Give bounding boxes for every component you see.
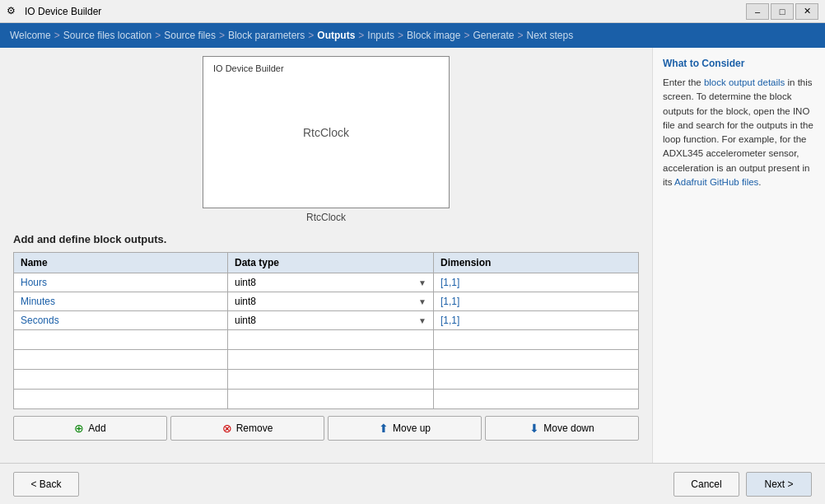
breadcrumb-inputs[interactable]: Inputs (367, 30, 394, 41)
move-down-label: Move down (543, 422, 594, 434)
type-select[interactable]: uint8uint16int8int16floatdoubleboolean (235, 296, 415, 307)
breadcrumb-block-image[interactable]: Block image (407, 30, 460, 41)
col-header-datatype: Data type (228, 253, 434, 273)
cancel-button[interactable]: Cancel (674, 472, 739, 497)
breadcrumb-source-files-location[interactable]: Source files location (63, 30, 151, 41)
add-label: Add (88, 422, 105, 434)
table-empty-row (14, 350, 639, 370)
device-box: IO Device Builder RtcClock (203, 56, 450, 208)
table-row: Hoursuint8uint16int8int16floatdoublebool… (14, 273, 639, 292)
help-panel: What to Consider Enter the block output … (652, 48, 825, 463)
table-empty-row (14, 330, 639, 350)
breadcrumb-source-files[interactable]: Source files (164, 30, 216, 41)
app-title: IO Device Builder (25, 6, 746, 17)
table-row: Minutesuint8uint16int8int16floatdoublebo… (14, 292, 639, 311)
breadcrumb-generate[interactable]: Generate (473, 30, 514, 41)
help-text: Enter the block output details in this s… (663, 76, 815, 189)
breadcrumb-outputs[interactable]: Outputs (317, 30, 355, 41)
action-buttons: ⊕ Add ⊗ Remove ⬆ Move up ⬇ Move down (13, 416, 639, 441)
breadcrumb-block-parameters[interactable]: Block parameters (228, 30, 305, 41)
row-name[interactable]: Seconds (14, 311, 228, 330)
remove-icon: ⊗ (222, 422, 232, 435)
breadcrumb-next-steps[interactable]: Next steps (527, 30, 574, 41)
row-name[interactable]: Minutes (14, 292, 228, 311)
row-dimension[interactable]: [1,1] (434, 292, 639, 311)
footer: < Back Cancel Next > (0, 463, 825, 504)
window-controls: – □ ✕ (746, 3, 818, 20)
col-header-dimension: Dimension (434, 253, 639, 273)
device-caption: RtcClock (306, 212, 346, 223)
left-panel: IO Device Builder RtcClock RtcClock Add … (0, 48, 652, 463)
device-preview: IO Device Builder RtcClock RtcClock (13, 56, 639, 223)
breadcrumb: Welcome > Source files location > Source… (0, 23, 825, 48)
move-up-icon: ⬆ (379, 422, 389, 435)
add-icon: ⊕ (74, 422, 84, 435)
row-dimension[interactable]: [1,1] (434, 311, 639, 330)
help-link[interactable]: Adafruit GitHub files (674, 177, 758, 187)
back-button[interactable]: < Back (13, 472, 79, 497)
move-up-label: Move up (393, 422, 431, 434)
close-button[interactable]: ✕ (795, 3, 818, 20)
section-heading: Add and define block outputs. (13, 233, 639, 245)
type-select[interactable]: uint8uint16int8int16floatdoubleboolean (235, 277, 415, 288)
add-button[interactable]: ⊕ Add (13, 416, 167, 441)
device-block-name: RtcClock (303, 126, 349, 139)
move-down-icon: ⬇ (529, 422, 539, 435)
row-name[interactable]: Hours (14, 273, 228, 292)
table-empty-row (14, 370, 639, 390)
row-type[interactable]: uint8uint16int8int16floatdoubleboolean▼ (228, 273, 434, 292)
type-select[interactable]: uint8uint16int8int16floatdoubleboolean (235, 315, 415, 326)
title-bar: ⚙ IO Device Builder – □ ✕ (0, 0, 825, 23)
dropdown-arrow-icon: ▼ (418, 278, 426, 287)
table-row: Secondsuint8uint16int8int16floatdoublebo… (14, 311, 639, 330)
app-icon: ⚙ (7, 5, 20, 18)
row-type[interactable]: uint8uint16int8int16floatdoubleboolean▼ (228, 292, 434, 311)
next-button[interactable]: Next > (746, 472, 812, 497)
col-header-name: Name (14, 253, 228, 273)
dropdown-arrow-icon: ▼ (418, 316, 426, 325)
row-dimension[interactable]: [1,1] (434, 273, 639, 292)
row-type[interactable]: uint8uint16int8int16floatdoubleboolean▼ (228, 311, 434, 330)
help-title: What to Consider (663, 58, 815, 69)
minimize-button[interactable]: – (746, 3, 769, 20)
move-up-button[interactable]: ⬆ Move up (328, 416, 482, 441)
dropdown-arrow-icon: ▼ (418, 297, 426, 306)
move-down-button[interactable]: ⬇ Move down (485, 416, 639, 441)
remove-label: Remove (236, 422, 273, 434)
outputs-table: Name Data type Dimension Hoursuint8uint1… (13, 252, 639, 409)
remove-button[interactable]: ⊗ Remove (170, 416, 324, 441)
table-empty-row (14, 390, 639, 409)
device-box-title: IO Device Builder (213, 63, 284, 73)
maximize-button[interactable]: □ (771, 3, 794, 20)
breadcrumb-welcome[interactable]: Welcome (10, 30, 51, 41)
